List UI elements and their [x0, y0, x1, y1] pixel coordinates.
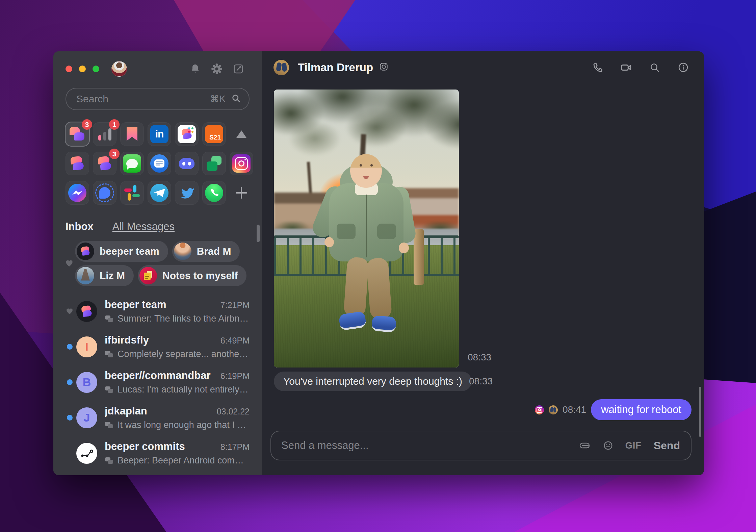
beeper-logo-avatar: [76, 301, 97, 322]
beeper-icon: [69, 155, 86, 172]
avatar: J: [76, 407, 97, 428]
instagram-network-badge: [535, 405, 544, 414]
network-tile-sms[interactable]: [148, 152, 171, 175]
favorite-chip-notes-to-myself[interactable]: Notes to myself: [138, 265, 246, 286]
incoming-message-bubble[interactable]: You've interrupted very deep thoughts :): [274, 372, 472, 391]
network-tile-analytics[interactable]: 1: [93, 122, 116, 146]
message-timestamp: 08:33: [468, 352, 491, 363]
contact-mini-avatar: [549, 405, 558, 414]
search-bar[interactable]: ⌘K: [66, 88, 250, 110]
network-tile-imessage[interactable]: [120, 152, 144, 175]
network-tile-beeper[interactable]: [66, 152, 89, 175]
notes-icon: [139, 267, 157, 284]
minimize-window-button[interactable]: [79, 66, 86, 72]
info-icon[interactable]: [677, 61, 689, 74]
beeper-window: ⌘K 3 1 in: [53, 51, 704, 475]
network-tile-whatsapp[interactable]: [202, 181, 226, 205]
conversation-title: Tilman Drerup: [298, 61, 373, 74]
avatar: [174, 243, 191, 260]
attachment-paperclip-icon[interactable]: [579, 442, 591, 449]
network-tile-telegram[interactable]: [148, 181, 171, 205]
outgoing-message-row: 08:41 waiting for reboot: [535, 399, 692, 420]
voice-call-icon[interactable]: [592, 61, 604, 74]
network-tile-beeper-all-chats[interactable]: 3: [66, 122, 89, 146]
bookmark-icon: [127, 127, 137, 141]
contact-avatar[interactable]: [273, 60, 289, 75]
chat-row-jdkaplan[interactable]: J jdkaplan03.02.22 It was long enough ag…: [53, 400, 262, 435]
message-timestamp: 08:41: [563, 404, 586, 415]
avatar: B: [76, 372, 97, 393]
chat-row-beeper-commits[interactable]: beeper commits8:17PM Beeper: Beeper Andr…: [53, 435, 262, 471]
network-tile-twitter[interactable]: [175, 181, 199, 205]
sidebar: ⌘K 3 1 in: [53, 51, 262, 475]
sidebar-scrollbar[interactable]: [257, 225, 260, 242]
network-tile-discord[interactable]: [175, 152, 199, 175]
network-tile-bookmarks[interactable]: [120, 122, 144, 146]
plus-icon: [236, 187, 247, 199]
video-call-icon[interactable]: [620, 61, 632, 74]
message-area: 08:33 You've interrupted very deep thoug…: [262, 83, 704, 475]
discord-icon: [179, 158, 194, 169]
favorite-chip-beeper-team[interactable]: beeper team: [75, 241, 168, 262]
beeper-logo-avatar: [77, 243, 94, 260]
new-chat-compose-icon[interactable]: [233, 63, 244, 75]
network-tile-linkedin[interactable]: in: [148, 122, 171, 146]
settings-gear-icon[interactable]: [211, 63, 223, 75]
network-tile-slack[interactable]: [120, 181, 144, 205]
all-messages-filter-link[interactable]: All Messages: [112, 221, 175, 233]
network-tile-beeper-slack[interactable]: [175, 122, 199, 146]
conversation-pane: Tilman Drerup: [262, 51, 704, 475]
instagram-network-icon: [379, 62, 388, 73]
network-grid: 3 1 in: [66, 122, 250, 210]
notifications-bell-icon[interactable]: [189, 63, 201, 75]
message-preview-icon: [105, 315, 113, 323]
chat-row-beeper-team[interactable]: beeper team7:21PM Sumner: The links to t…: [53, 294, 262, 329]
favorites-section: beeper team Brad M Liz M Notes to myself: [63, 241, 252, 286]
unread-badge: 3: [82, 119, 92, 130]
send-button[interactable]: Send: [654, 439, 680, 452]
sms-messages-icon: [150, 154, 168, 173]
chat-row-beeper-commandbar[interactable]: B beeper//commandbar6:19PM Lucas: I'm ac…: [53, 364, 262, 400]
network-tile-messenger[interactable]: [66, 181, 89, 205]
network-tile-instagram[interactable]: [230, 152, 253, 175]
user-avatar[interactable]: [111, 61, 127, 77]
whatsapp-icon: [205, 184, 223, 202]
favorite-chip-brad-m[interactable]: Brad M: [172, 241, 240, 262]
message-timestamp: 08:33: [469, 376, 493, 387]
gif-button[interactable]: GIF: [625, 440, 642, 451]
network-tile-s21[interactable]: S21: [202, 122, 226, 146]
emoji-icon[interactable]: [603, 440, 613, 451]
photo-message[interactable]: [274, 90, 459, 368]
messages-scrollbar[interactable]: [699, 387, 701, 437]
unread-dot: [67, 379, 73, 385]
network-tile-beeper-secondary[interactable]: 3: [93, 152, 116, 175]
chat-row-ifbirdsfly[interactable]: I ifbirdsfly6:49PM Completely separate..…: [53, 329, 262, 364]
unread-dot: [67, 344, 73, 350]
heart-icon: [63, 241, 75, 286]
message-composer[interactable]: GIF Send: [270, 431, 692, 460]
search-in-chat-icon[interactable]: [649, 61, 661, 74]
unread-badge: 1: [109, 119, 120, 130]
message-input[interactable]: [271, 439, 567, 452]
search-input[interactable]: [76, 93, 210, 105]
google-chat-icon: [207, 156, 221, 171]
collapse-grid-button[interactable]: [230, 122, 253, 146]
chat-list: beeper team7:21PM Sumner: The links to t…: [53, 294, 262, 475]
unread-badge: 3: [109, 149, 120, 159]
beeper-chats-icon: [70, 126, 85, 142]
zoom-window-button[interactable]: [93, 66, 99, 72]
slack-icon: [124, 185, 140, 201]
search-icon: [231, 94, 241, 104]
telegram-icon: [150, 184, 168, 202]
favorite-chip-liz-m[interactable]: Liz M: [75, 265, 134, 286]
message-preview-icon: [105, 421, 113, 429]
commit-graph-avatar: [76, 443, 97, 464]
network-tile-google-chat[interactable]: [202, 152, 226, 175]
outgoing-message-bubble[interactable]: waiting for reboot: [591, 399, 692, 420]
chat-row-brad-murray[interactable]: Brad Murray8:11PM Hey...: [53, 471, 262, 475]
message-preview-icon: [105, 457, 113, 465]
close-window-button[interactable]: [66, 66, 72, 72]
add-network-button[interactable]: [230, 181, 253, 205]
message-preview-icon: [105, 350, 113, 358]
network-tile-signal[interactable]: [93, 181, 116, 205]
